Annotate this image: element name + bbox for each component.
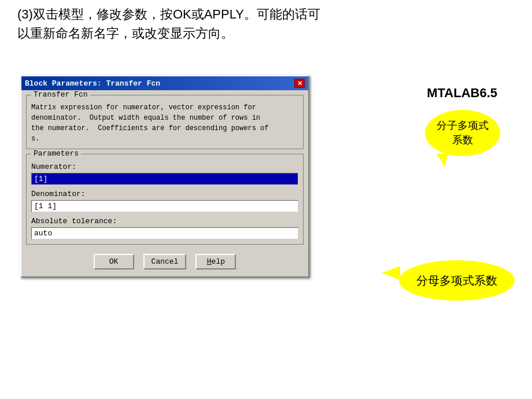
instruction-line2: 以重新命名新名字，或改变显示方向。 [17, 24, 515, 43]
help-button[interactable]: Help [195, 254, 236, 269]
parameters-title: Parameters [31, 149, 81, 158]
instruction-line1: (3)双击模型，修改参数，按OK或APPLY。可能的话可 [17, 5, 515, 24]
numerator-label: Numerator: [31, 162, 298, 171]
mtalab-label: MTALAB6.5 [427, 86, 497, 101]
ok-button[interactable]: OK [94, 254, 134, 269]
numerator-callout: 分子多项式系数 [425, 110, 500, 156]
transfer-fcn-description: Matrix expression for numerator, vector … [31, 102, 298, 144]
instruction-block: (3)双击模型，修改参数，按OK或APPLY。可能的话可 以重新命名新名字，或改… [17, 5, 515, 43]
parameters-group: Parameters Numerator: Denominator: Absol… [26, 154, 304, 245]
button-row: OK Cancel Help [26, 249, 304, 272]
help-underline: H [207, 257, 212, 266]
numerator-callout-text: 分子多项式系数 [437, 119, 489, 147]
denominator-input[interactable] [31, 200, 298, 212]
transfer-fcn-title: Transfer Fcn [31, 90, 90, 99]
title-bar: Block Parameters: Transfer Fcn ✕ [21, 76, 308, 90]
numerator-input[interactable] [31, 173, 298, 185]
tolerance-input[interactable] [31, 227, 298, 239]
dialog-title: Block Parameters: Transfer Fcn [25, 79, 160, 88]
transfer-fcn-group: Transfer Fcn Matrix expression for numer… [26, 95, 304, 149]
denominator-callout-text: 分母多项式系数 [416, 272, 497, 289]
tolerance-label: Absolute tolerance: [31, 217, 298, 226]
close-button[interactable]: ✕ [294, 79, 305, 88]
denominator-label: Denominator: [31, 190, 298, 198]
dialog-box: Block Parameters: Transfer Fcn ✕ Transfe… [20, 75, 309, 278]
cancel-button[interactable]: Cancel [143, 254, 187, 269]
dialog-content: Transfer Fcn Matrix expression for numer… [21, 90, 308, 276]
denominator-callout: 分母多项式系数 [399, 260, 515, 301]
